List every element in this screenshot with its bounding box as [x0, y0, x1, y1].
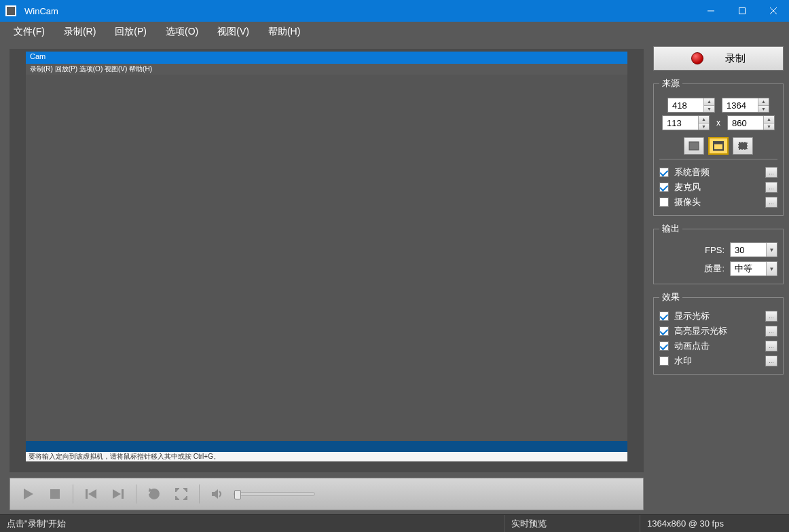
group-effects: 效果 显示光标 ... 高亮显示光标 ... 动画点击	[653, 291, 784, 375]
group-output: 输出 FPS: ▼ 质量: ▼	[653, 223, 784, 284]
stop-button[interactable]	[44, 483, 66, 505]
volume-slider[interactable]	[234, 492, 315, 496]
group-output-legend: 输出	[659, 223, 682, 235]
source-y-field[interactable]	[663, 116, 698, 130]
checkbox-camera[interactable]	[659, 197, 669, 207]
spin-up-icon[interactable]: ▲	[758, 98, 769, 106]
group-effects-legend: 效果	[659, 291, 682, 303]
source-h-field[interactable]	[728, 116, 763, 130]
status-bar: 点击"录制"开始 实时预览 1364x860 @ 30 fps	[0, 514, 789, 532]
settings-camera[interactable]: ...	[765, 197, 777, 208]
skip-start-button[interactable]	[80, 483, 102, 505]
mode-window-button[interactable]	[708, 137, 729, 155]
label-microphone: 麦克风	[674, 181, 701, 193]
checkbox-system-audio[interactable]	[659, 168, 669, 177]
source-x-input[interactable]: ▲▼	[667, 98, 715, 113]
loop-button[interactable]	[143, 483, 165, 505]
settings-system-audio[interactable]: ...	[765, 167, 777, 178]
settings-microphone[interactable]: ...	[765, 182, 777, 193]
volume-button[interactable]	[206, 483, 228, 505]
svg-rect-14	[739, 142, 747, 149]
menu-playback[interactable]: 回放(P)	[107, 24, 155, 40]
record-icon	[691, 52, 703, 64]
status-mode: 实时预览	[504, 515, 640, 532]
svg-rect-5	[50, 489, 60, 499]
svg-rect-13	[714, 142, 723, 144]
label-animate-click: 动画点击	[674, 340, 710, 352]
player-controls	[10, 478, 644, 510]
source-w-input[interactable]: ▲▼	[722, 98, 769, 113]
svg-marker-7	[88, 489, 96, 499]
status-dims: 1364x860 @ 30 fps	[640, 515, 789, 532]
skip-end-button[interactable]	[107, 483, 129, 505]
x-label: x	[716, 118, 720, 128]
record-button[interactable]: 录制	[653, 46, 784, 71]
checkbox-animate-click[interactable]	[659, 341, 669, 351]
status-hint: 点击"录制"开始	[0, 515, 504, 532]
settings-panel: 录制 来源 ▲▼ ▲▼ ▲▼ x	[648, 42, 789, 514]
window-title: WinCam	[24, 6, 58, 16]
fullscreen-button[interactable]	[170, 483, 192, 505]
spin-down-icon[interactable]: ▼	[758, 106, 769, 113]
play-button[interactable]	[17, 483, 39, 505]
fps-label: FPS:	[705, 245, 724, 255]
label-camera: 摄像头	[674, 196, 701, 208]
chevron-down-icon[interactable]: ▼	[766, 243, 777, 256]
group-source-legend: 来源	[659, 77, 682, 90]
label-show-cursor: 显示光标	[674, 310, 710, 322]
settings-show-cursor[interactable]: ...	[765, 311, 777, 322]
svg-rect-6	[86, 489, 88, 499]
quality-label: 质量:	[704, 263, 724, 275]
settings-highlight-cursor[interactable]: ...	[765, 326, 777, 337]
fps-select[interactable]: ▼	[730, 242, 777, 257]
quality-field[interactable]	[731, 262, 766, 276]
close-button[interactable]	[758, 0, 789, 22]
menubar: 文件(F) 录制(R) 回放(P) 选项(O) 视图(V) 帮助(H)	[0, 22, 789, 42]
checkbox-show-cursor[interactable]	[659, 311, 669, 321]
menu-record[interactable]: 录制(R)	[56, 24, 104, 40]
menu-options[interactable]: 选项(O)	[158, 24, 206, 40]
svg-marker-10	[212, 489, 218, 499]
svg-rect-9	[122, 489, 124, 499]
checkbox-highlight-cursor[interactable]	[659, 326, 669, 336]
source-w-field[interactable]	[722, 98, 758, 112]
volume-knob[interactable]	[234, 490, 241, 499]
nested-menubar: 录制(R) 回放(P) 选项(O) 视图(V) 帮助(H)	[26, 64, 627, 75]
preview-content: Cam 录制(R) 回放(P) 选项(O) 视图(V) 帮助(H) 要将输入定向…	[26, 52, 627, 461]
svg-rect-11	[689, 142, 699, 150]
app-icon	[5, 5, 16, 16]
titlebar: WinCam	[0, 0, 789, 22]
settings-watermark[interactable]: ...	[765, 356, 777, 366]
svg-marker-8	[113, 489, 121, 499]
menu-help[interactable]: 帮助(H)	[260, 24, 308, 40]
label-watermark: 水印	[674, 355, 692, 367]
nested-titlebar: Cam	[26, 52, 627, 64]
label-highlight-cursor: 高亮显示光标	[674, 325, 727, 337]
source-y-input[interactable]: ▲▼	[662, 115, 710, 130]
checkbox-microphone[interactable]	[659, 183, 669, 192]
mode-fullscreen-button[interactable]	[684, 137, 704, 155]
spin-up-icon[interactable]: ▲	[698, 116, 709, 124]
checkbox-watermark[interactable]	[659, 356, 669, 366]
menu-file[interactable]: 文件(F)	[5, 24, 53, 40]
chevron-down-icon[interactable]: ▼	[766, 262, 777, 276]
spin-down-icon[interactable]: ▼	[703, 106, 714, 113]
spin-up-icon[interactable]: ▲	[763, 116, 774, 124]
menu-view[interactable]: 视图(V)	[209, 24, 257, 40]
maximize-button[interactable]	[727, 0, 758, 22]
spin-down-icon[interactable]: ▼	[698, 124, 709, 130]
nested-taskbar	[26, 441, 627, 452]
mode-region-button[interactable]	[733, 137, 753, 155]
label-system-audio: 系统音频	[674, 166, 710, 178]
source-x-field[interactable]	[668, 98, 703, 112]
source-h-input[interactable]: ▲▼	[727, 115, 775, 130]
settings-animate-click[interactable]: ...	[765, 341, 777, 352]
minimize-button[interactable]	[695, 0, 727, 22]
spin-up-icon[interactable]: ▲	[703, 98, 714, 106]
quality-select[interactable]: ▼	[730, 261, 777, 276]
fps-field[interactable]	[731, 243, 766, 256]
record-label: 录制	[725, 52, 746, 65]
svg-rect-1	[739, 8, 746, 14]
group-source: 来源 ▲▼ ▲▼ ▲▼ x ▲▼	[653, 77, 784, 216]
spin-down-icon[interactable]: ▼	[763, 124, 774, 130]
